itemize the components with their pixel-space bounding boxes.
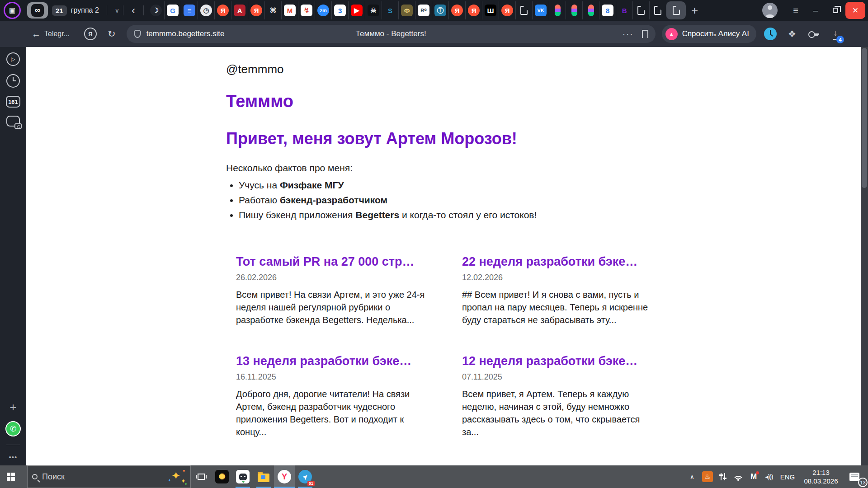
language-indicator[interactable]: ENG [778, 465, 797, 488]
search-placeholder: Поиск [42, 472, 163, 482]
refresh-button[interactable]: ↻ [108, 28, 116, 39]
url-text[interactable]: temmmo.begetters.site [146, 29, 225, 38]
divider [6, 445, 20, 445]
clock-app-tab[interactable]: ◷ [198, 1, 214, 19]
yandex-browser-icon[interactable]: Y [274, 465, 295, 488]
restore-button[interactable] [826, 1, 845, 19]
youtube-tab[interactable]: ▶ [348, 1, 365, 19]
system-tray: ∧ ♨ M ◂))) ENG 21:13 08.03.2026 13 [685, 465, 868, 488]
star-app-icon[interactable]: ✺ [212, 465, 232, 488]
tray-expand-chevron[interactable]: ∧ [685, 465, 699, 488]
scroll-tabs-left-button[interactable]: ‹ [127, 5, 140, 16]
more-actions-button[interactable]: ··· [623, 29, 634, 39]
sidebar-more-button[interactable]: ••• [9, 453, 18, 461]
s-logo-tab[interactable]: S [382, 1, 398, 19]
file-explorer-icon[interactable] [253, 465, 274, 488]
post-title-link[interactable]: 22 неделя разработки бэке… [462, 255, 661, 269]
history-button[interactable] [6, 74, 20, 88]
researchgate-tab[interactable]: Rᴳ [415, 1, 432, 19]
video-play-button[interactable]: ▷ [6, 52, 20, 66]
back-button[interactable]: ← Telegr... [32, 29, 70, 39]
profile-avatar[interactable] [762, 3, 778, 18]
taskbar-clock[interactable]: 21:13 08.03.2026 [799, 468, 843, 486]
new-tab-button[interactable]: + [686, 5, 703, 16]
security-shield-icon[interactable] [134, 30, 141, 38]
ask-alice-button[interactable]: ▲ Спросить Алису AI [662, 25, 756, 43]
fact-item: Пишу бэкенд приложения Begetters и когда… [239, 210, 841, 221]
tab-counter-badge[interactable]: 161 [6, 96, 20, 108]
clock-icon [764, 28, 777, 40]
fact-item: Учусь на Физфаке МГУ [239, 180, 841, 191]
extensions-button[interactable]: ❖ [784, 26, 800, 42]
document-tab[interactable] [649, 1, 666, 19]
yandex-tab[interactable]: Я [214, 1, 231, 19]
tab-group-active-tab[interactable]: ∞ [27, 2, 48, 19]
yandex-tab[interactable]: Я [465, 1, 482, 19]
google-calendar-tab[interactable]: 3 [331, 1, 348, 19]
b-logo-tab[interactable]: B [616, 1, 632, 19]
whatsapp-icon[interactable]: ✆ [5, 421, 21, 436]
sport-app-tab[interactable]: ↯ [298, 1, 315, 19]
volume-icon[interactable]: ◂))) [762, 465, 776, 488]
document-tab[interactable] [666, 1, 686, 19]
yandex-tab[interactable]: Я [248, 1, 264, 19]
java-tray-icon[interactable]: ♨ [701, 465, 714, 488]
close-button[interactable]: ✕ [845, 2, 865, 19]
wifi-icon[interactable] [731, 465, 745, 488]
google-calendar-tab[interactable]: 8 [599, 1, 616, 19]
tab-group[interactable]: ∞ 21 группа 2 ∨ [27, 2, 119, 19]
mail-tray-icon[interactable]: M [747, 465, 760, 488]
yandex-home-button[interactable]: Я [84, 28, 97, 40]
downloads-button[interactable]: ↓ 4 [828, 26, 843, 42]
audio-mixer-icon[interactable] [716, 465, 730, 488]
start-button[interactable] [0, 465, 22, 488]
page-scrollbar[interactable] [861, 47, 868, 465]
bookmark-icon[interactable] [642, 30, 648, 38]
notes-app-tab[interactable]: ≡ [181, 1, 198, 19]
google-translate-tab[interactable]: G [164, 1, 181, 19]
telegram-icon[interactable]: ➤ 01 [295, 465, 316, 488]
divider [123, 5, 123, 15]
yandex-tab[interactable]: Я [448, 1, 465, 19]
password-manager-button[interactable] [806, 26, 821, 42]
emblem-app-tab[interactable]: Ф [398, 1, 415, 19]
scrollbar-thumb[interactable] [862, 48, 867, 188]
taskbar-search[interactable]: Поиск ✦✦✦ [27, 465, 191, 488]
browser-sidebar: ▷ 161 + ✆ ••• [0, 47, 26, 465]
task-view-button[interactable] [191, 465, 212, 488]
museum-app-tab[interactable]: Ш [482, 1, 499, 19]
figma-tab[interactable] [582, 1, 599, 19]
clock-time: 21:13 [812, 468, 830, 477]
post-card: 22 неделя разработки бэке… 12.02.2026 ##… [452, 255, 669, 326]
gmail-tab[interactable]: M [281, 1, 298, 19]
vk-tab[interactable]: VK [532, 1, 549, 19]
post-title-link[interactable]: 13 неделя разработки бэке… [236, 354, 435, 368]
zoom-tab[interactable]: zm [315, 1, 331, 19]
shortcuts-tab[interactable]: ⌘ [264, 1, 281, 19]
robot-app-icon[interactable] [232, 465, 253, 488]
post-title-link[interactable]: 12 неделя разработки бэке… [462, 354, 661, 368]
minimize-button[interactable]: – [806, 1, 826, 19]
t-circle-tab[interactable]: Ⓣ [432, 1, 448, 19]
document-tab[interactable] [515, 1, 532, 19]
alfa-bank-tab[interactable]: A [231, 1, 248, 19]
screenshot-button[interactable] [6, 116, 20, 127]
document-tab[interactable] [632, 1, 649, 19]
yandex-tab[interactable]: Я [499, 1, 515, 19]
tab-strip: ▣ ∞ 21 группа 2 ∨ ‹ ☽G≡◷ЯAЯ⌘M↯zm3▶☠SФRᴳⓉ… [0, 0, 868, 21]
figma-tab[interactable] [566, 1, 582, 19]
ask-alice-label: Спросить Алису AI [682, 29, 749, 38]
alice-icon: ▲ [665, 28, 678, 40]
browser-logo-icon[interactable]: ▣ [4, 2, 21, 19]
skull-app-tab[interactable]: ☠ [365, 1, 382, 19]
tab-group-name: группа 2 [71, 6, 99, 14]
notification-center-button[interactable]: 13 [844, 465, 864, 488]
post-title-link[interactable]: Тот самый PR на 27 000 стр… [236, 255, 435, 269]
address-bar[interactable]: temmmo.begetters.site Темммо - Begetters… [127, 25, 656, 43]
chevron-down-icon[interactable]: ∨ [115, 7, 119, 14]
figma-tab[interactable] [549, 1, 566, 19]
menu-button[interactable]: ≡ [786, 1, 806, 19]
history-clock-button[interactable] [763, 26, 778, 42]
round-app-tab[interactable]: ☽ [147, 1, 164, 19]
sidebar-add-button[interactable]: + [9, 401, 16, 413]
